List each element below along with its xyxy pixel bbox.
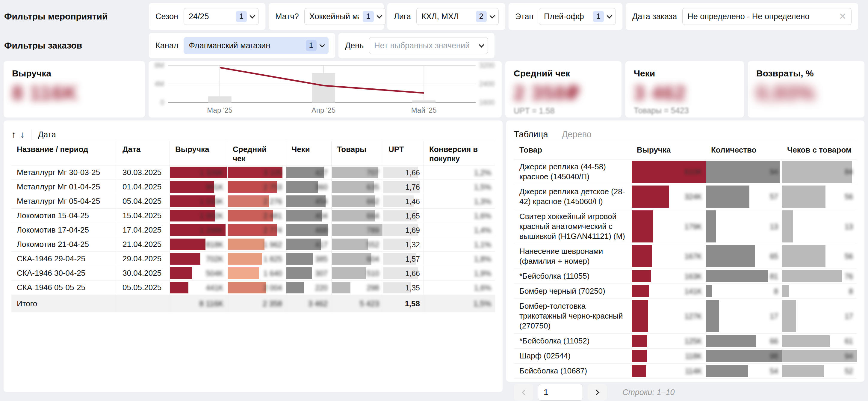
- tab-table[interactable]: Таблица: [514, 130, 548, 139]
- items-cell-value: 604: [367, 254, 379, 263]
- upt-cell: 1,66: [383, 166, 424, 179]
- x-axis-label: Апр '25: [303, 106, 344, 114]
- channel-select[interactable]: Флагманский магазин 1: [184, 37, 329, 54]
- product-row[interactable]: Бомбер черный (70250)141K88: [514, 284, 857, 299]
- day-select[interactable]: Нет выбранных значений: [369, 37, 488, 54]
- order-date-value: Не определено - Не определено: [687, 12, 835, 21]
- upt-cell-value: 1,65: [405, 211, 420, 220]
- avg-check-cell: 2 481: [227, 208, 286, 223]
- product-row[interactable]: Нанесение шевронами (фамилия + номер)167…: [514, 244, 857, 269]
- checks-kpi-title: Чеки: [634, 68, 736, 79]
- product-row[interactable]: Шарф (02544)118K9894: [514, 348, 857, 364]
- revenue-cell: 114K: [631, 364, 706, 378]
- bar: [782, 270, 842, 282]
- pagination-prev-button[interactable]: [514, 384, 533, 401]
- channel-filter-card: Канал Флагманский магазин 1: [149, 33, 335, 58]
- total-items: 5 423: [331, 295, 383, 312]
- product-row[interactable]: Джерси реплика (44-58) красное (145040/П…: [514, 160, 857, 184]
- bar: [782, 161, 852, 183]
- stage-count-badge: 1: [593, 11, 604, 22]
- clear-icon[interactable]: ✕: [839, 12, 846, 21]
- revenue-cell: 141K: [631, 284, 706, 298]
- match-select[interactable]: Хоккейный ма... 1: [304, 8, 386, 25]
- product-name-cell: Джерси реплика (44-58) красное (145040/П…: [514, 160, 631, 184]
- table-row[interactable]: СКА-1946 29-04-2529.04.2025702K1 8253856…: [11, 252, 495, 266]
- bar: [332, 267, 366, 279]
- events-table-header: Название / периодДатаВыручкаСредний чекЧ…: [11, 141, 495, 166]
- table-row[interactable]: Локомотив 15-04-2515.04.20251 002K2 4814…: [11, 208, 495, 223]
- table-row[interactable]: Металлург Мг 01-04-2501.04.2025991K2 753…: [11, 180, 495, 194]
- pagination-next-button[interactable]: [588, 384, 607, 401]
- sort-field-label[interactable]: Дата: [38, 130, 56, 139]
- items-cell: 552: [331, 237, 383, 252]
- chevron-down-icon: [376, 13, 382, 18]
- quantity-cell-value: 13: [770, 222, 778, 231]
- avg-check-cell-value: 1 825: [263, 254, 282, 263]
- avg-check-cell: 1 825: [227, 252, 286, 266]
- product-row[interactable]: Свитер хоккейный игровой красный анатоми…: [514, 209, 857, 244]
- product-row[interactable]: Бомбер-толстовка трикотажный черно-красн…: [514, 299, 857, 334]
- season-select[interactable]: 24/25 1: [184, 8, 259, 25]
- revenue-cell: 163K: [631, 269, 706, 284]
- table-row[interactable]: СКА-1946 30-04-2530.04.2025504K1 6403075…: [11, 266, 495, 281]
- conversion-value: 1,1%: [474, 240, 491, 249]
- returns-kpi-card: Возвраты, % 0,93%: [748, 61, 864, 117]
- dashboard: Фильтры мероприятий Сезон 24/25 1 Матч? …: [0, 0, 868, 401]
- stage-select[interactable]: Плей-офф 1: [539, 8, 616, 25]
- checks-cell-value: 307: [315, 269, 328, 278]
- bar: [228, 195, 269, 207]
- chevron-right-icon: [594, 390, 599, 395]
- day-filter-card: День Нет выбранных значений: [338, 33, 495, 58]
- revenue-cell-value: 504K: [206, 269, 223, 278]
- checks-cell: 307: [286, 266, 331, 280]
- revenue-cell-value: 118K: [685, 351, 702, 360]
- tab-tree[interactable]: Дерево: [562, 130, 592, 139]
- revenue-cell: 167K: [631, 244, 706, 268]
- bar: [782, 210, 793, 242]
- upt-cell-value: 1,32: [405, 240, 420, 249]
- bar: [706, 335, 756, 347]
- event-name-cell: СКА-1946 30-04-25: [11, 266, 117, 280]
- column-header: Дата: [117, 141, 169, 165]
- table-row[interactable]: Локомотив 21-04-2521.04.2025818K1 962417…: [11, 237, 495, 252]
- page-input[interactable]: [538, 384, 583, 401]
- quantity-cell: 54: [706, 364, 782, 378]
- revenue-cell: 610K: [631, 160, 706, 184]
- revenue-cell-value: 1 298K: [200, 226, 223, 234]
- checks-with-item-cell: 8: [782, 284, 857, 298]
- event-name-cell: Металлург Мг 05-04-25: [11, 194, 117, 208]
- league-select[interactable]: КХЛ, МХЛ 2: [416, 8, 499, 25]
- bar: [170, 267, 192, 279]
- products-table-header: ТоварВыручкаКоличествоЧеков с товаром: [514, 141, 857, 160]
- sort-asc-icon[interactable]: ↑: [11, 130, 16, 139]
- order-date-input[interactable]: Не определено - Не определено ✕: [682, 8, 851, 25]
- product-name-cell: Бомбер черный (70250): [514, 284, 631, 298]
- checks-cell-value: 220: [315, 283, 328, 292]
- table-row[interactable]: Металлург Мг 05-04-2505.04.20251 033K2 2…: [11, 194, 495, 208]
- upt-cell-value: 1,35: [405, 283, 420, 292]
- product-name-cell: Свитер хоккейный игровой красный анатоми…: [514, 209, 631, 244]
- quantity-cell: 13: [706, 209, 782, 244]
- avg-check-kpi-title: Средний чек: [514, 68, 613, 79]
- product-row[interactable]: Бейсболка (10687)114K5452: [514, 364, 857, 378]
- product-name-cell: *Бейсболка (11052): [514, 334, 631, 348]
- product-row[interactable]: *Бейсболка (11055)163K8176: [514, 269, 857, 284]
- table-row[interactable]: Локомотив 17-04-2517.04.20251 298K2 7744…: [11, 223, 495, 237]
- season-label: Сезон: [155, 12, 178, 21]
- avg-check-kpi-card: Средний чек 2 358₽ UPT = 1.58: [505, 61, 621, 117]
- event-name-cell: Локомотив 15-04-25: [11, 208, 117, 223]
- items-cell-value: 662: [367, 197, 379, 206]
- upt-cell-value: 1,66: [405, 168, 420, 177]
- conversion-cell: 1,1%: [424, 237, 495, 252]
- revenue-cell: 1 002K: [169, 208, 227, 223]
- table-row[interactable]: СКА-1946 05-05-2505.05.2025441K2 0042202…: [11, 281, 495, 295]
- conversion-cell: 1,2%: [424, 166, 495, 179]
- sort-desc-icon[interactable]: ↓: [20, 130, 25, 139]
- product-row[interactable]: Джерси реплика детское (28-42) красное (…: [514, 184, 857, 209]
- product-row[interactable]: *Бейсболка (11052)125K6661: [514, 334, 857, 348]
- revenue-cell-value: 610K: [685, 168, 702, 176]
- upt-cell: 1,65: [383, 208, 424, 223]
- upt-cell-value: 1,66: [405, 269, 420, 278]
- revenue-cell: 504K: [169, 266, 227, 280]
- table-row[interactable]: Металлург Мг 30-03-2530.03.20251 326K3 1…: [11, 166, 495, 180]
